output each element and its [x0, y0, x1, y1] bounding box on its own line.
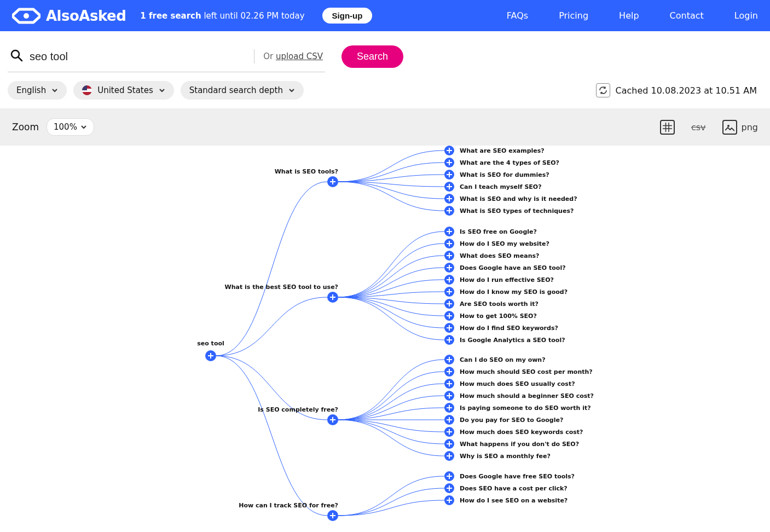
expand-node-icon[interactable] [444, 275, 454, 285]
expand-node-icon[interactable] [444, 158, 454, 167]
graph-leaf-node: How to get 100% SEO? [444, 311, 537, 321]
graph-leaf-node: How do I know my SEO is good? [444, 287, 568, 297]
node-label: Do you pay for SEO to Google? [460, 417, 563, 424]
expand-node-icon[interactable] [444, 403, 454, 413]
expand-node-icon[interactable] [444, 146, 454, 155]
brand-logo[interactable]: AlsoAsked [12, 8, 126, 24]
nav-contact[interactable]: Contact [670, 10, 704, 21]
expand-node-icon[interactable] [444, 227, 454, 236]
brand-logo-icon [12, 8, 40, 24]
expand-node-icon[interactable] [327, 292, 338, 303]
node-label: How do I run effective SEO? [460, 276, 554, 284]
svg-rect-4 [663, 123, 672, 132]
expand-node-icon[interactable] [444, 379, 454, 389]
expand-node-icon[interactable] [444, 299, 454, 309]
node-label: Is Google Analytics a SEO tool? [460, 337, 565, 344]
graph-edges [0, 146, 770, 532]
node-label: Does Google have free SEO tools? [460, 473, 575, 480]
graph-canvas[interactable]: seo toolWhat is SEO tools?What is the be… [0, 146, 770, 532]
node-label: Are SEO tools worth it? [460, 300, 539, 308]
chevron-down-icon [159, 87, 165, 94]
graph-leaf-node: What is SEO for dummies? [444, 170, 549, 180]
signup-button[interactable]: Sign-up [322, 8, 373, 24]
graph-leaf-node: What is SEO and why is it needed? [444, 194, 577, 204]
search-input[interactable] [28, 50, 251, 63]
chevron-down-icon [288, 87, 295, 94]
expand-node-icon[interactable] [444, 335, 454, 345]
expand-node-icon[interactable] [205, 350, 216, 361]
expand-node-icon[interactable] [444, 367, 454, 377]
node-label: Can I do SEO on my own? [460, 356, 546, 363]
cached-text: Cached 10.08.2023 at 10.51 AM [616, 85, 757, 96]
expand-node-icon[interactable] [444, 251, 454, 261]
search-row: Or upload CSV Search [0, 31, 770, 72]
language-label: English [16, 85, 46, 95]
node-label: How do I find SEO keywords? [460, 325, 558, 332]
expand-node-icon[interactable] [444, 206, 454, 216]
graph-leaf-node: What is SEO types of techniques? [444, 206, 574, 216]
expand-node-icon[interactable] [444, 483, 454, 493]
node-label: What is SEO tools? [275, 168, 338, 175]
depth-select[interactable]: Standard search depth [181, 81, 304, 100]
expand-node-icon[interactable] [444, 323, 454, 333]
expand-node-icon[interactable] [444, 194, 454, 204]
expand-node-icon[interactable] [327, 176, 338, 187]
expand-node-icon[interactable] [444, 451, 454, 461]
nav-pricing[interactable]: Pricing [559, 10, 588, 21]
graph-root-node: seo tool [205, 350, 216, 361]
node-label: Does Google have an SEO tool? [460, 264, 566, 271]
expand-node-icon[interactable] [444, 495, 454, 505]
graph-leaf-node: What does SEO means? [444, 251, 539, 261]
nav-faqs[interactable]: FAQs [507, 10, 528, 21]
node-label: How to get 100% SEO? [460, 313, 537, 320]
svg-point-1 [24, 13, 29, 19]
language-select[interactable]: English [8, 81, 67, 100]
graph-leaf-node: Is paying someone to do SEO worth it? [444, 403, 591, 413]
expand-node-icon[interactable] [327, 414, 338, 425]
zoom-select[interactable]: 100% [47, 118, 94, 136]
export-png-button[interactable]: png [722, 120, 758, 135]
cached-indicator: Cached 10.08.2023 at 10.51 AM [596, 83, 757, 97]
node-label: Is SEO free on Google? [460, 228, 537, 235]
expand-node-icon[interactable] [444, 471, 454, 481]
export-csv-button[interactable]: csv [691, 122, 706, 132]
node-label: What are SEO examples? [460, 147, 545, 154]
expand-node-icon[interactable] [444, 415, 454, 425]
node-label: Does SEO have a cost per click? [460, 485, 568, 492]
graph-leaf-node: How do I see SEO on a website? [444, 495, 568, 505]
graph-leaf-node: How much should SEO cost per month? [444, 367, 593, 377]
expand-node-icon[interactable] [444, 311, 454, 321]
graph-leaf-node: Does Google have free SEO tools? [444, 471, 575, 481]
expand-node-icon[interactable] [444, 355, 454, 365]
expand-node-icon[interactable] [444, 239, 454, 248]
expand-node-icon[interactable] [444, 170, 454, 180]
table-view-button[interactable] [660, 120, 675, 135]
graph-leaf-node: Is Google Analytics a SEO tool? [444, 335, 565, 345]
node-label: How much does SEO keywords cost? [460, 429, 583, 436]
expand-node-icon[interactable] [444, 182, 454, 192]
table-icon [660, 120, 675, 135]
region-label: United States [97, 85, 153, 95]
node-label: What is the best SEO tool to use? [225, 284, 338, 291]
graph-leaf-node: Can I teach myself SEO? [444, 182, 542, 192]
nav-login[interactable]: Login [734, 10, 758, 21]
refresh-icon[interactable] [596, 83, 610, 97]
expand-node-icon[interactable] [444, 427, 454, 437]
search-button[interactable]: Search [341, 45, 403, 68]
node-label: What is SEO types of techniques? [460, 207, 574, 215]
graph-leaf-node: What are SEO examples? [444, 146, 545, 155]
png-label: png [742, 122, 758, 132]
expand-node-icon[interactable] [444, 439, 454, 449]
expand-node-icon[interactable] [444, 391, 454, 401]
region-select[interactable]: United States [73, 81, 174, 100]
svg-line-3 [18, 57, 22, 61]
graph-leaf-node: How much does SEO keywords cost? [444, 427, 583, 437]
expand-node-icon[interactable] [444, 263, 454, 273]
expand-node-icon[interactable] [327, 510, 338, 521]
depth-label: Standard search depth [189, 85, 283, 95]
upload-csv-link[interactable]: upload CSV [276, 51, 323, 61]
expand-node-icon[interactable] [444, 287, 454, 297]
graph-leaf-node: Do you pay for SEO to Google? [444, 415, 563, 425]
node-label: How much does SEO usually cost? [460, 380, 575, 388]
nav-help[interactable]: Help [619, 10, 639, 21]
